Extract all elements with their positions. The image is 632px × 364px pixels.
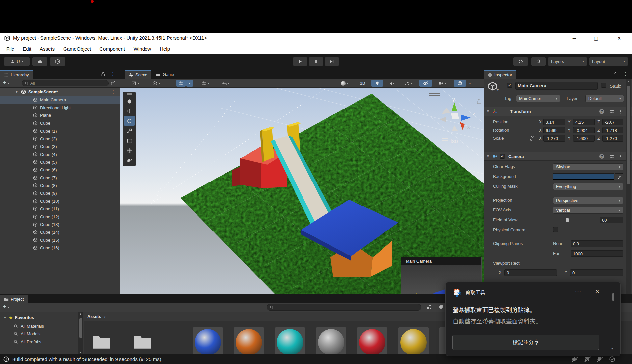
filter-by-label-icon[interactable] — [438, 304, 444, 310]
tool-handle-rotation-dropdown[interactable]: ▾ — [149, 80, 163, 87]
hierarchy-scene-row[interactable]: ▼SampleScene*⋮ — [0, 88, 120, 96]
favorites-header[interactable]: ▼ ★ Favorites — [0, 313, 78, 322]
projection-dropdown[interactable]: Perspective▾ — [553, 197, 623, 204]
asset-folder[interactable] — [127, 327, 158, 357]
shading-mode-dropdown[interactable]: ▾ — [336, 80, 354, 87]
hierarchy-item[interactable]: Cube (13) — [0, 221, 120, 229]
layer-dropdown[interactable]: Default▾ — [585, 95, 624, 102]
hierarchy-item[interactable]: Cube — [0, 119, 120, 127]
viewport-x-field[interactable]: 0 — [504, 269, 557, 276]
hierarchy-item[interactable]: Cube (14) — [0, 229, 120, 236]
clipping-near-field[interactable]: 0.3 — [571, 240, 623, 247]
asset-material[interactable] — [398, 327, 429, 357]
help-icon[interactable]: ? — [599, 109, 604, 114]
foldout-arrow-icon[interactable]: ▼ — [15, 90, 18, 94]
palette-drag-handle[interactable] — [123, 92, 136, 96]
static-checkbox[interactable] — [601, 83, 606, 88]
presets-icon[interactable] — [609, 109, 614, 114]
gameobject-name-field[interactable]: Main Camera — [515, 82, 598, 90]
hierarchy-item[interactable]: Cube (1) — [0, 127, 120, 135]
position-x-field[interactable]: 3.14 — [543, 119, 565, 125]
tag-dropdown[interactable]: MainCamer▾ — [516, 95, 560, 102]
scale-y-field[interactable]: -1.600 — [573, 135, 595, 142]
panel-menu-icon[interactable]: ⋮ — [111, 71, 115, 76]
background-color-swatch[interactable] — [553, 173, 614, 180]
status-message[interactable]: Build completed with a result of 'Succee… — [12, 356, 161, 362]
gizmos-dropdown[interactable]: ▾ — [467, 80, 473, 87]
gameobject-enabled-checkbox[interactable]: ✓ — [507, 83, 512, 88]
notification-scrollbar-thumb[interactable] — [612, 293, 614, 301]
hierarchy-item[interactable]: Main Camera — [0, 96, 120, 104]
layers-dropdown[interactable]: Layers▾ — [548, 57, 587, 66]
inspector-scrollbar[interactable]: ▾ — [626, 79, 631, 294]
maximize-button[interactable]: ▢ — [589, 33, 604, 44]
menu-component[interactable]: Component — [95, 45, 129, 53]
slider-knob[interactable] — [566, 218, 569, 222]
component-menu-icon[interactable]: ⋮ — [619, 109, 623, 114]
hierarchy-item[interactable]: Cube (8) — [0, 182, 120, 189]
favorites-item[interactable]: All Materials — [0, 322, 78, 330]
notifications-disabled-icon[interactable] — [596, 356, 604, 363]
rotate-tool[interactable] — [124, 116, 135, 126]
account-button[interactable]: U ▾ — [4, 57, 30, 66]
pause-button[interactable] — [309, 57, 323, 66]
grid-snapping-toggle[interactable] — [176, 80, 186, 87]
move-tool[interactable] — [124, 106, 135, 116]
menu-file[interactable]: File — [2, 45, 18, 53]
foldout-arrow-icon[interactable]: ▼ — [487, 155, 490, 158]
favorites-item[interactable]: All Prefabs — [0, 338, 78, 346]
open-in-window-icon[interactable] — [111, 81, 116, 85]
snap-increment-dropdown[interactable]: ▾ — [198, 80, 213, 87]
lighting-toggle[interactable] — [371, 80, 383, 87]
position-y-field[interactable]: 4.25 — [573, 119, 595, 125]
audio-mute-toggle[interactable] — [386, 80, 398, 87]
asset-material[interactable] — [357, 327, 387, 357]
markup-and-share-button[interactable]: 標記並分享 — [452, 335, 599, 350]
field-of-view-slider[interactable] — [553, 220, 596, 220]
clipping-far-field[interactable]: 1000 — [571, 250, 623, 257]
project-search-input[interactable] — [267, 304, 421, 311]
foldout-arrow-icon[interactable]: ▼ — [487, 110, 490, 113]
hierarchy-item[interactable]: Cube (4) — [0, 151, 120, 158]
viewport-y-field[interactable]: 0 — [570, 269, 623, 276]
hierarchy-item[interactable]: Cube (5) — [0, 158, 120, 166]
eyedropper-button[interactable] — [615, 173, 623, 180]
create-asset-button[interactable]: + ▾ — [3, 304, 9, 310]
tab-project[interactable]: Project — [0, 295, 28, 303]
scene-viewport[interactable]: y z x Iso — [120, 88, 484, 294]
unity-hub-button[interactable] — [50, 57, 65, 66]
tool-handle-position-dropdown[interactable]: ▾ — [128, 80, 142, 87]
camera-enabled-checkbox[interactable]: ✓ — [500, 154, 505, 159]
rotation-z-field[interactable]: -1.718 — [602, 127, 623, 133]
custom-editor-tool[interactable] — [124, 156, 135, 165]
camera-settings-dropdown[interactable]: ▾ — [434, 80, 451, 87]
fov-axis-dropdown[interactable]: Vertical▾ — [553, 207, 623, 214]
scene-menu-icon[interactable]: ⋮ — [111, 89, 115, 94]
hierarchy-item[interactable]: Cube (6) — [0, 166, 120, 174]
scale-z-field[interactable]: -1.270 — [602, 135, 623, 142]
breadcrumb-assets[interactable]: Assets — [87, 314, 101, 319]
hierarchy-item[interactable]: Cube (9) — [0, 189, 120, 197]
cloud-button[interactable] — [32, 57, 47, 66]
notification-scroll-down-icon[interactable]: ▾ — [611, 347, 613, 350]
hierarchy-item[interactable]: Cube (10) — [0, 197, 120, 205]
more-options-button[interactable]: … — [575, 286, 581, 294]
2d-toggle[interactable]: 2D — [357, 80, 369, 87]
scrollbar-thumb[interactable] — [627, 86, 630, 184]
hierarchy-item[interactable]: Plane — [0, 111, 120, 119]
gameobject-icon-dropdown[interactable]: ▾ — [497, 88, 499, 92]
hierarchy-item[interactable]: Cube (16) — [0, 244, 120, 252]
position-z-field[interactable]: -20.7 — [602, 119, 623, 125]
collab-disabled-icon[interactable] — [584, 356, 591, 363]
close-notification-button[interactable]: ✕ — [595, 288, 599, 295]
play-button[interactable] — [293, 57, 307, 66]
rect-tool[interactable] — [124, 136, 135, 145]
tab-hierarchy[interactable]: Hierarchy — [0, 70, 33, 79]
progress-ok-icon[interactable] — [609, 356, 615, 362]
link-broken-icon[interactable] — [529, 136, 534, 141]
scale-x-field[interactable]: -1.270 — [543, 135, 565, 142]
tab-inspector[interactable]: Inspector — [484, 70, 516, 79]
menu-assets[interactable]: Assets — [36, 45, 59, 53]
menu-window[interactable]: Window — [129, 45, 155, 53]
favorites-item[interactable]: All Models — [0, 330, 78, 338]
